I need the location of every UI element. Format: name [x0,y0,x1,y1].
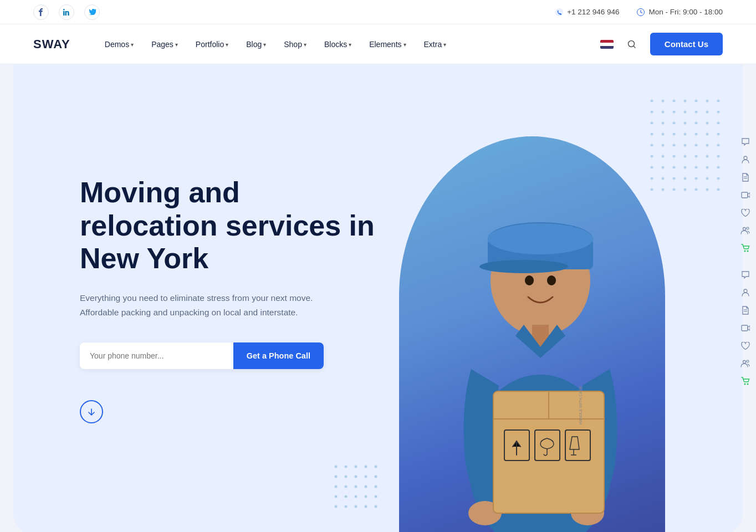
nav-elements[interactable]: Elements ▾ [361,35,413,53]
svg-point-40 [365,485,367,488]
svg-point-96 [673,166,676,169]
delivery-person-svg: HANDLE WITH CARE [421,120,660,532]
clock-icon [637,8,645,16]
svg-point-79 [717,133,720,136]
svg-point-58 [717,100,720,103]
nav-portfolio[interactable]: Portfolio ▾ [188,35,236,53]
svg-point-83 [684,144,687,147]
side-video-icon[interactable] [737,187,754,203]
phone-number: +1 212 946 946 [567,8,619,16]
top-bar: +1 212 946 946 Mon - Fri: 9:00 - 18:00 [0,0,756,24]
side-chat-icon[interactable] [737,134,754,150]
side-video-icon-2[interactable] [737,320,754,336]
side-avatar-icon-2[interactable] [737,284,754,301]
chevron-down-icon: ▾ [349,42,351,48]
dot-decoration-tr [648,98,732,211]
phone-form: Get a Phone Call [80,342,324,369]
side-panel-group-1 [737,134,754,257]
chevron-down-icon: ▾ [131,42,134,48]
business-hours: Mon - Fri: 9:00 - 18:00 [648,8,723,16]
svg-point-67 [662,122,665,125]
hero-subtitle: Everything you need to eliminate stress … [80,291,324,319]
nav-menu: Demos ▾ Pages ▾ Portfolio ▾ Blog ▾ Shop … [97,35,600,53]
svg-point-63 [695,111,698,114]
svg-point-105 [695,177,698,180]
svg-point-59 [651,111,653,114]
svg-point-62 [684,111,687,114]
svg-point-104 [684,177,687,180]
svg-point-65 [717,111,720,114]
linkedin-link[interactable] [59,4,74,20]
side-cart-icon-2[interactable] [737,373,754,390]
svg-point-48 [345,505,348,508]
side-heart-icon-2[interactable] [737,337,754,354]
svg-point-93 [717,155,720,158]
svg-point-69 [684,122,687,125]
svg-point-97 [684,166,687,169]
side-users-icon-2[interactable] [737,355,754,372]
svg-point-100 [717,166,720,169]
nav-pages[interactable]: Pages ▾ [144,35,186,53]
svg-point-90 [684,155,687,158]
social-links [33,4,100,20]
svg-point-10 [525,275,534,285]
svg-point-8 [488,223,593,254]
svg-point-114 [717,188,720,191]
svg-point-28 [345,466,348,468]
side-avatar-icon[interactable] [737,151,754,168]
side-document-icon-2[interactable] [737,302,754,319]
svg-point-119 [743,228,746,231]
nav-shop[interactable]: Shop ▾ [276,35,314,53]
svg-point-36 [375,475,377,478]
svg-point-55 [684,100,687,103]
svg-point-45 [365,495,367,498]
nav-blocks[interactable]: Blocks ▾ [316,35,359,53]
svg-point-37 [335,485,338,488]
hero-section: for(let r=0;r<9;r++) for(let c=0;c<7;c++… [13,64,743,532]
svg-point-41 [375,485,377,488]
scroll-down-button[interactable] [80,400,103,423]
svg-point-113 [706,188,709,191]
chevron-down-icon: ▾ [175,42,178,48]
svg-point-50 [365,505,367,508]
side-users-icon[interactable] [737,222,754,239]
contact-info: +1 212 946 946 Mon - Fri: 9:00 - 18:00 [555,8,723,16]
svg-point-56 [695,100,698,103]
phone-input[interactable] [80,342,233,369]
navbar: SWAY Demos ▾ Pages ▾ Portfolio ▾ Blog ▾ … [0,24,756,64]
chevron-down-icon: ▾ [226,42,228,48]
svg-point-121 [744,250,746,252]
svg-point-52 [651,100,653,103]
side-chat-icon-2[interactable] [737,267,754,283]
site-logo[interactable]: SWAY [33,37,70,52]
svg-point-88 [662,155,665,158]
nav-blog[interactable]: Blog ▾ [238,35,274,53]
svg-point-107 [717,177,720,180]
chevron-down-icon: ▾ [304,42,307,48]
svg-point-98 [695,166,698,169]
search-button[interactable] [622,35,641,54]
side-heart-icon[interactable] [737,204,754,221]
arrow-down-icon [87,407,96,416]
side-document-icon[interactable] [737,169,754,186]
svg-point-33 [345,475,348,478]
nav-demos[interactable]: Demos ▾ [97,35,141,53]
svg-point-81 [662,144,665,147]
facebook-link[interactable] [33,4,49,20]
svg-point-130 [747,383,749,385]
svg-point-122 [747,250,749,252]
twitter-link[interactable] [84,4,100,20]
contact-us-button[interactable]: Contact Us [650,33,723,55]
svg-point-103 [673,177,676,180]
svg-rect-126 [742,325,748,331]
language-flag[interactable] [600,40,614,49]
get-phone-call-button[interactable]: Get a Phone Call [233,342,324,369]
svg-point-39 [355,485,357,488]
nav-extra[interactable]: Extra ▾ [416,35,454,53]
side-cart-icon[interactable] [737,240,754,257]
nav-right: Contact Us [600,33,723,55]
svg-point-110 [673,188,676,191]
svg-point-129 [744,383,746,385]
svg-point-44 [355,495,357,498]
svg-point-57 [706,100,709,103]
